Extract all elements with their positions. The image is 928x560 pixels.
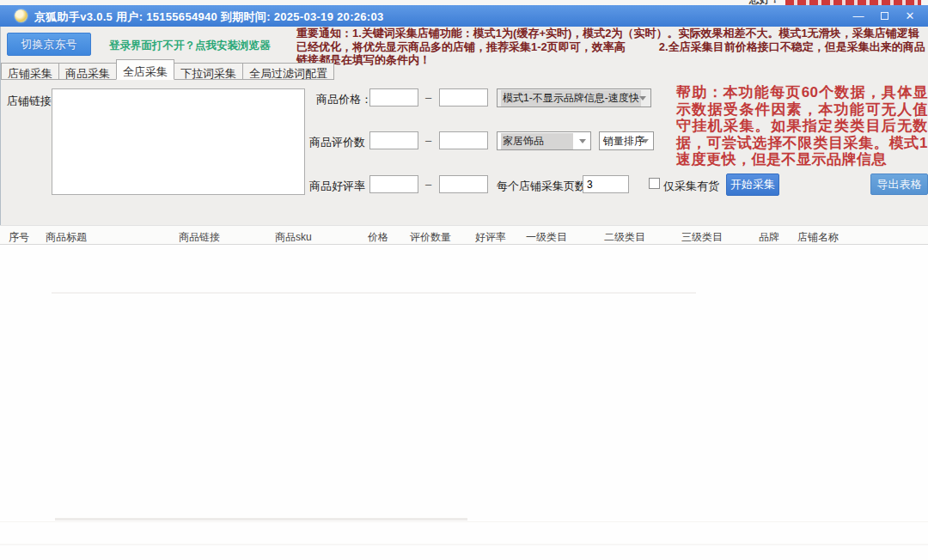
artifact-streak (0, 521, 928, 522)
col-index: 序号 (9, 230, 29, 245)
in-stock-only-label: 仅采集有货 (663, 179, 719, 194)
window-title: 京狐助手v3.0.5 用户: 15155654940 到期时间: 2025-03… (34, 9, 384, 25)
sort-select-value: 销量排序 (603, 134, 644, 149)
col-price: 价格 (368, 230, 388, 245)
category-select-value: 家居饰品 (501, 133, 573, 149)
chevron-down-icon (579, 139, 586, 143)
col-category-3: 三级类目 (681, 230, 723, 245)
good-rate-range-dash: – (425, 178, 431, 191)
good-rate-min-input[interactable] (369, 175, 418, 193)
app-window: 您好！ 京狐助手v3.0.5 用户: 15155654940 到期时间: 202… (0, 0, 928, 560)
col-brand: 品牌 (759, 230, 779, 245)
artifact-streak (0, 544, 928, 545)
price-max-input[interactable] (439, 88, 488, 107)
review-count-label: 商品评价数： (309, 135, 376, 150)
col-product-sku: 商品sku (275, 230, 312, 245)
table-body-empty (0, 245, 928, 560)
chevron-down-icon (639, 96, 646, 100)
switch-jd-account-button[interactable]: 切换京东号 (7, 33, 91, 56)
titlebar[interactable]: 京狐助手v3.0.5 用户: 15155654940 到期时间: 2025-03… (0, 5, 928, 27)
tab-dropdown-word-collect[interactable]: 下拉词采集 (174, 63, 243, 80)
in-stock-only-checkbox[interactable] (649, 178, 660, 189)
good-rate-max-input[interactable] (439, 175, 488, 193)
review-range-dash: – (425, 134, 431, 147)
artifact-streak (55, 518, 467, 520)
table-header-row: 序号 商品标题 商品链接 商品sku 价格 评价数量 好评率 一级类目 二级类目… (0, 225, 928, 245)
important-notice-text: 重要通知：1.关键词采集店铺功能：模式1为(缓存+实时)，模式2为（实时）。实际… (296, 27, 928, 67)
tab-full-store-collect[interactable]: 全店采集 (116, 59, 174, 80)
col-good-rate: 好评率 (475, 230, 506, 245)
mode-select[interactable]: 模式1-不显示品牌信息-速度快 (497, 88, 651, 107)
pages-per-shop-input[interactable] (583, 175, 629, 193)
window-controls: — ✕ (846, 5, 923, 27)
chevron-down-icon (642, 139, 649, 143)
tab-global-filter-config[interactable]: 全局过滤词配置 (243, 63, 334, 80)
col-product-link: 商品链接 (179, 230, 220, 245)
tab-bar: 店铺采集 商品采集 全店采集 下拉词采集 全局过滤词配置 (1, 61, 334, 80)
start-collect-button[interactable]: 开始采集 (726, 173, 779, 196)
price-range-dash: – (425, 91, 431, 104)
col-category-1: 一级类目 (526, 230, 567, 245)
review-min-input[interactable] (369, 131, 418, 149)
col-shop-name: 店铺名称 (797, 230, 839, 245)
app-icon (15, 9, 27, 22)
col-review-count: 评价数量 (410, 230, 451, 245)
tab-shop-collect[interactable]: 店铺采集 (1, 63, 59, 80)
mode-select-value: 模式1-不显示品牌信息-速度快 (501, 90, 641, 107)
category-select[interactable]: 家居饰品 (497, 131, 591, 150)
sort-select[interactable]: 销量排序 (599, 131, 654, 150)
artifact-streak (52, 292, 696, 294)
price-label: 商品价格： (316, 92, 372, 107)
col-category-2: 二级类目 (604, 230, 645, 245)
help-text: 帮助：本功能每页60个数据，具体显示数据受条件因素，本功能可无人值守挂机采集。如… (676, 84, 928, 168)
close-icon[interactable]: ✕ (897, 5, 923, 27)
minimize-icon[interactable]: — (846, 5, 871, 27)
tab-product-collect[interactable]: 商品采集 (59, 63, 117, 80)
maximize-icon[interactable] (871, 5, 897, 27)
good-rate-label: 商品好评率： (309, 179, 376, 194)
review-max-input[interactable] (439, 131, 488, 149)
price-min-input[interactable] (369, 88, 418, 107)
install-browser-link[interactable]: 登录界面打不开？点我安装浏览器 (109, 39, 271, 53)
shop-link-textarea[interactable] (52, 88, 305, 195)
col-product-title: 商品标题 (46, 230, 87, 245)
export-table-button[interactable]: 导出表格 (870, 173, 928, 195)
